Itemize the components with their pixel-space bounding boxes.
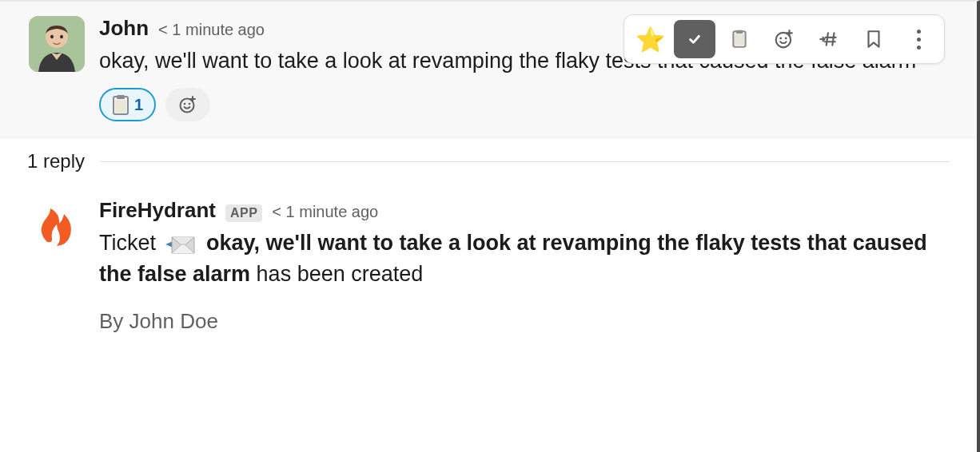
svg-point-15 <box>184 103 186 105</box>
reaction-clipboard[interactable]: 1 <box>99 88 156 121</box>
message-reactions: 1 <box>99 88 948 121</box>
thread-replies-separator: 1 reply <box>0 139 977 184</box>
clipboard-button[interactable] <box>719 20 760 58</box>
mark-done-button[interactable] <box>674 20 715 58</box>
separator-line <box>101 161 950 162</box>
svg-point-14 <box>181 99 194 113</box>
clipboard-icon <box>112 94 129 115</box>
more-actions-button[interactable] <box>898 20 939 58</box>
svg-point-5 <box>779 38 782 40</box>
svg-rect-3 <box>735 34 744 46</box>
message-text: Ticket okay, we'll want to take a look a… <box>99 228 948 290</box>
avatar-firehydrant[interactable] <box>29 198 85 254</box>
message-author[interactable]: John <box>99 16 149 41</box>
ticket-byline: By John Doe <box>99 309 948 334</box>
ticket-prefix: Ticket <box>99 231 156 255</box>
bookmark-button[interactable] <box>853 20 894 58</box>
svg-point-6 <box>785 38 787 40</box>
ticket-title: okay, we'll want to take a look at revam… <box>99 231 927 286</box>
add-reaction-button[interactable] <box>763 20 805 58</box>
svg-rect-0 <box>686 30 703 48</box>
emoji-add-icon <box>178 95 197 114</box>
message-timestamp[interactable]: < 1 minute ago <box>272 203 378 221</box>
message-author[interactable]: FireHydrant <box>99 198 216 223</box>
forward-to-channel-icon <box>819 29 839 50</box>
svg-rect-12 <box>117 95 125 99</box>
clipboard-icon <box>729 29 750 50</box>
bookmark-icon <box>863 29 884 50</box>
ticket-suffix: has been created <box>250 262 423 286</box>
svg-point-10 <box>60 35 63 39</box>
svg-point-9 <box>50 35 54 39</box>
svg-point-16 <box>189 103 191 105</box>
share-to-channel-button[interactable] <box>808 20 850 58</box>
thread-replies-count[interactable]: 1 reply <box>27 150 85 172</box>
more-actions-icon <box>917 30 921 50</box>
message-firehydrant[interactable]: FireHydrant APP < 1 minute ago Ticket <box>0 184 977 348</box>
app-badge: APP <box>225 204 262 222</box>
message-timestamp[interactable]: < 1 minute ago <box>158 21 265 39</box>
message-john[interactable]: ⭐ <box>0 2 977 139</box>
svg-rect-13 <box>115 100 126 113</box>
avatar-john[interactable] <box>29 16 85 72</box>
message-hover-toolbar: ⭐ <box>623 14 945 64</box>
incoming-envelope-icon <box>164 231 196 258</box>
reaction-count: 1 <box>134 96 143 114</box>
svg-point-4 <box>776 33 791 47</box>
check-icon <box>684 29 705 50</box>
slack-thread-view: ⭐ <box>0 0 980 452</box>
star-icon[interactable]: ⭐ <box>629 20 671 58</box>
svg-rect-2 <box>736 30 743 34</box>
add-reaction-button[interactable] <box>165 88 210 121</box>
emoji-add-icon <box>774 29 795 50</box>
